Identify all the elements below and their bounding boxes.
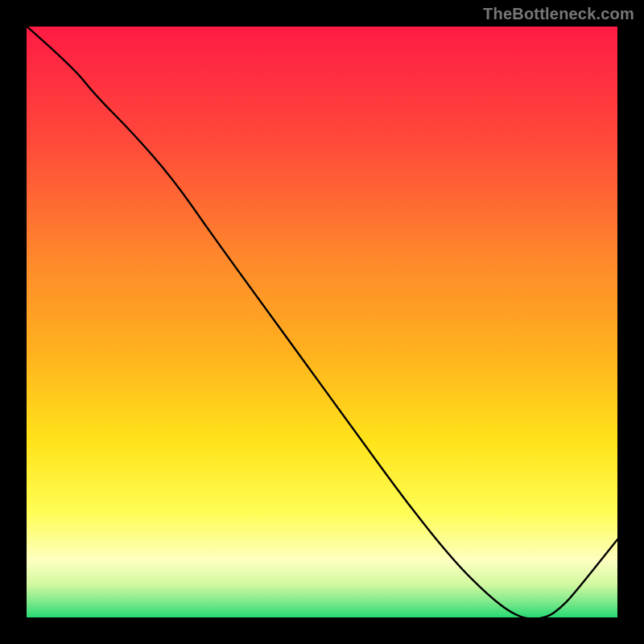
chart-svg	[0, 0, 644, 644]
chart-container: TheBottleneck.com	[0, 0, 644, 644]
watermark-text: TheBottleneck.com	[483, 5, 634, 23]
